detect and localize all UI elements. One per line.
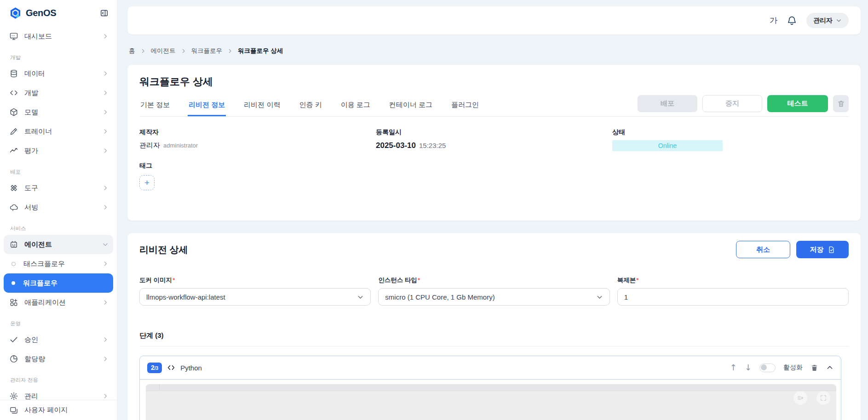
sidebar-collapse-icon[interactable] (100, 9, 109, 17)
chevron-down-icon (357, 294, 364, 301)
creator-id: administrator (163, 142, 198, 149)
chevron-right-icon (102, 109, 109, 115)
sidebar-item-label: 모델 (24, 108, 38, 117)
docker-image-label: 도커 이미지* (139, 276, 371, 284)
step-header: 2/3 Python ↑ ↓ 활성화 (140, 356, 841, 380)
code-editor[interactable] (146, 384, 836, 420)
breadcrumb-agent[interactable]: 에이전트 (151, 47, 176, 55)
sidebar-nav: 대시보드 개발 데이터 개발 모델 트레이너 (0, 26, 117, 406)
creator-name: 관리자 (139, 141, 160, 150)
save-icon (828, 246, 835, 254)
sidebar-item-label: 개발 (24, 89, 38, 97)
tab-usage-log[interactable]: 이용 로그 (340, 93, 371, 116)
code-brackets-icon (167, 363, 175, 372)
creator-label: 제작자 (139, 128, 376, 136)
step-name: Python (180, 364, 202, 372)
step-controls: ↑ ↓ 활성화 (730, 363, 834, 372)
add-tag-button[interactable]: + (139, 175, 155, 190)
tab-container-log[interactable]: 컨테이너 로그 (388, 93, 433, 116)
sidebar-item-label: 도구 (24, 184, 38, 193)
user-menu-label: 관리자 (813, 17, 833, 25)
format-code-button[interactable] (793, 391, 807, 405)
sidebar-item-workflow[interactable]: 워크플로우 (4, 273, 113, 293)
move-down-button[interactable]: ↓ (745, 363, 752, 372)
save-button-label: 저장 (810, 245, 824, 254)
sidebar-section-deploy: 배포 (0, 160, 117, 178)
chevron-right-icon (102, 148, 109, 154)
tab-revision-info[interactable]: 리비전 정보 (188, 93, 226, 116)
cancel-button[interactable]: 취소 (736, 241, 790, 258)
sidebar-item-label: 사용자 페이지 (24, 406, 68, 414)
enable-toggle[interactable] (759, 363, 776, 372)
sidebar-section-service: 서비스 (0, 217, 117, 235)
code-icon (9, 88, 18, 97)
sidebar-item-evaluation[interactable]: 평가 (4, 141, 113, 160)
font-size-button[interactable]: 가 (770, 15, 777, 26)
sidebar-section-operation: 운영 (0, 312, 117, 330)
info-grid: 제작자 관리자 administrator 등록일시 2025-03-10 15… (139, 128, 849, 151)
pencil-icon (9, 127, 18, 136)
breadcrumb-workflow[interactable]: 워크플로우 (191, 47, 223, 55)
delete-button[interactable] (833, 95, 849, 112)
revision-detail-card: 리비전 상세 취소 저장 도커 이미지* llmops-workflow-api… (127, 233, 861, 420)
chevron-right-icon (102, 70, 109, 77)
move-up-button[interactable]: ↑ (730, 363, 737, 372)
sidebar-item-quota[interactable]: 할당량 (4, 349, 113, 369)
save-button[interactable]: 저장 (796, 241, 849, 258)
sidebar-item-application[interactable]: 애플리케이션 (4, 293, 113, 312)
sidebar-item-data[interactable]: 데이터 (4, 64, 113, 83)
sidebar-item-dashboard[interactable]: 대시보드 (4, 27, 113, 46)
required-asterisk: * (636, 277, 638, 284)
chevron-right-icon (102, 204, 109, 210)
revision-header: 리비전 상세 취소 저장 (139, 241, 849, 258)
sidebar-item-develop[interactable]: 개발 (4, 83, 113, 102)
topbar: 가 관리자 (127, 6, 861, 34)
sidebar-item-tools[interactable]: 도구 (4, 178, 113, 198)
notification-bell-icon[interactable] (787, 15, 797, 26)
registered-date: 2025-03-10 (376, 141, 416, 150)
sidebar-item-user-page[interactable]: 사용자 페이지 (0, 400, 117, 420)
editor-gutter-line (159, 384, 160, 391)
chevron-right-icon (102, 128, 109, 135)
tab-auth-key[interactable]: 인증 키 (299, 93, 323, 116)
tab-revision-history[interactable]: 리비전 이력 (243, 93, 281, 116)
breadcrumb-home[interactable]: 홈 (129, 47, 135, 55)
fullscreen-button[interactable] (816, 391, 830, 405)
chevron-right-icon (140, 48, 146, 54)
step-card: 2/3 Python ↑ ↓ 활성화 (139, 356, 841, 420)
tab-plugin[interactable]: 플러그인 (450, 93, 480, 116)
revision-title: 리비전 상세 (139, 244, 188, 256)
replica-input[interactable] (617, 288, 849, 306)
breadcrumb: 홈 에이전트 워크플로우 워크플로우 상세 (129, 47, 861, 55)
sidebar-item-agent[interactable]: 에이전트 (4, 235, 113, 254)
breadcrumb-current: 워크플로우 상세 (238, 47, 283, 55)
stop-button[interactable]: 중지 (702, 95, 762, 112)
collapse-step-button[interactable] (826, 364, 834, 371)
tags-label: 태그 (139, 162, 849, 170)
docker-image-select[interactable]: llmops-workflow-api:latest (139, 288, 371, 306)
sidebar-item-serving[interactable]: 서빙 (4, 198, 113, 217)
steps-title: 단계 (3) (139, 331, 849, 340)
sidebar-item-model[interactable]: 모델 (4, 102, 113, 122)
deploy-button[interactable]: 배포 (638, 95, 697, 112)
instance-type-select[interactable]: smicro (1 CPU Core, 1 Gb Memory) (378, 288, 609, 306)
delete-step-button[interactable] (811, 364, 818, 372)
test-button[interactable]: 테스트 (767, 95, 828, 112)
user-menu-button[interactable]: 관리자 (806, 13, 849, 28)
app-root: GenOS 대시보드 개발 데이터 개발 (0, 0, 868, 420)
chevron-right-icon (181, 48, 186, 54)
toggle-knob (761, 364, 767, 370)
sidebar-item-label: 서빙 (24, 203, 38, 212)
sidebar-item-taskflow[interactable]: 태스크플로우 (4, 254, 113, 273)
code-editor-toolbar (146, 384, 836, 391)
sidebar-item-label: 에이전트 (24, 240, 52, 249)
trend-icon (9, 146, 18, 155)
cloud-icon (9, 203, 18, 212)
sidebar-item-approval[interactable]: 승인 (4, 330, 113, 349)
tabs: 기본 정보 리비전 정보 리비전 이력 인증 키 이용 로그 컨테이너 로그 플… (139, 93, 480, 116)
instance-type-value: smicro (1 CPU Core, 1 Gb Memory) (385, 293, 494, 301)
chevron-down-icon (836, 17, 842, 23)
sidebar-item-trainer[interactable]: 트레이너 (4, 122, 113, 141)
tab-basic-info[interactable]: 기본 정보 (139, 93, 171, 116)
step-order-badge: 2/3 (147, 363, 162, 373)
